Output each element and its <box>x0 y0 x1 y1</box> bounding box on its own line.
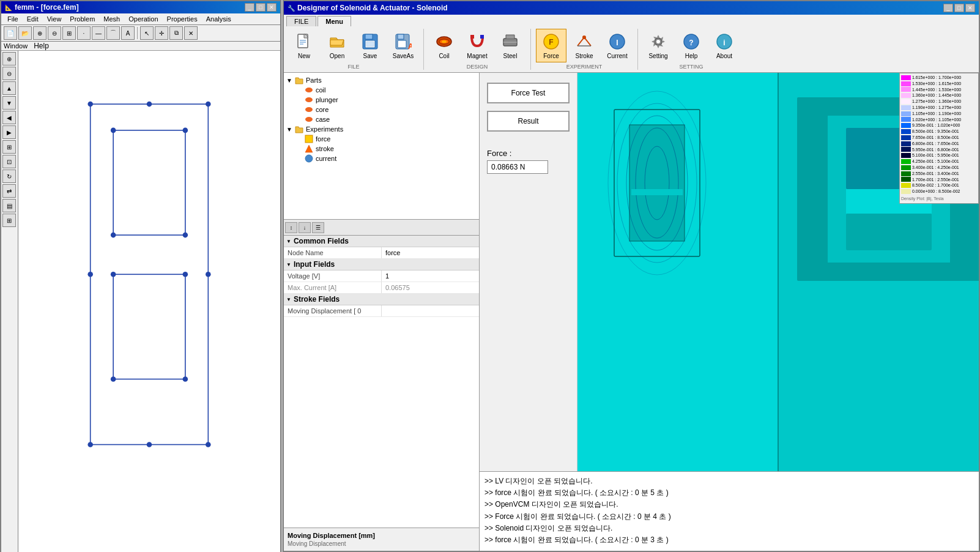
menu-file[interactable]: File <box>4 15 22 23</box>
toolbar-open[interactable]: 📂 <box>18 26 32 40</box>
legend-text-2: 1.445e+000 : 1.530e+000 <box>912 87 961 93</box>
designer-maximize-button[interactable]: □ <box>954 4 964 12</box>
stroke-button-label: Stroke <box>576 53 593 59</box>
menu-analysis[interactable]: Analysis <box>202 15 235 23</box>
side-grid[interactable]: ⊞ <box>2 214 16 227</box>
toolbar-zoom-in[interactable]: ⊕ <box>33 26 46 40</box>
toolbar-new[interactable]: 📄 <box>4 26 17 40</box>
force-test-button[interactable]: Force Test <box>487 83 570 103</box>
ribbon-stroke-button[interactable]: Stroke <box>569 29 600 62</box>
setting-button-label: Setting <box>648 53 667 59</box>
side-snap[interactable]: ⊡ <box>2 155 16 168</box>
side-zoom-in[interactable]: ⊕ <box>2 52 16 65</box>
legend-row-8: 9.350e-001 : 1.020e+000 <box>901 122 977 129</box>
designer-toolbar-area: FILE Menu New <box>284 15 979 73</box>
tree-force[interactable]: force <box>296 134 477 144</box>
menu-view[interactable]: View <box>43 15 65 23</box>
side-pan-down[interactable]: ▼ <box>2 96 16 110</box>
ribbon-current-button[interactable]: I Current <box>602 29 633 62</box>
tree-current[interactable]: current <box>296 154 477 163</box>
prop-section-common: ▼ Common Fields <box>284 236 479 247</box>
common-collapse[interactable]: ▼ <box>286 239 291 244</box>
ribbon-coil-button[interactable]: Coil <box>429 29 459 62</box>
ribbon-magnet-button[interactable]: Magnet <box>462 29 492 62</box>
menu-operation[interactable]: Operation <box>125 15 161 23</box>
prop-toolbar-sort[interactable]: ↕ <box>285 222 297 233</box>
tree-experiments-root[interactable]: ▼ Experiments <box>286 124 477 134</box>
side-fit[interactable]: ⊞ <box>2 140 16 154</box>
close-button[interactable]: ✕ <box>267 3 277 12</box>
side-pan-left[interactable]: ◀ <box>2 111 16 124</box>
svg-point-53 <box>305 117 313 122</box>
femm-window-controls: _ □ ✕ <box>245 3 277 12</box>
svg-rect-31 <box>398 40 406 48</box>
ribbon-setting-button[interactable]: Setting <box>643 29 674 62</box>
prop-toolbar-collapse[interactable]: ☰ <box>312 222 324 233</box>
ribbon-help-button[interactable]: ? Help <box>676 29 707 62</box>
ribbon-setting-buttons: Setting ? Help i About <box>643 29 740 62</box>
side-mirror[interactable]: ⇄ <box>2 184 16 198</box>
svg-point-45 <box>656 40 660 43</box>
side-ruler[interactable]: ▤ <box>2 199 16 212</box>
ribbon-group-setting: Setting ? Help i About <box>643 29 744 70</box>
input-fields-label: Input Fields <box>294 260 335 269</box>
legend-text-4: 1.275e+000 : 1.360e+000 <box>912 99 961 105</box>
femm-help-menu[interactable]: Help <box>34 42 49 50</box>
core-tree-icon <box>305 105 313 114</box>
designer-bottom-input: Moving Displacement [mm] Moving Displace… <box>284 528 479 551</box>
tree-plunger-label: plunger <box>316 96 338 103</box>
side-pan-right[interactable]: ▶ <box>2 125 16 139</box>
toolbar-select[interactable]: ↖ <box>140 26 154 40</box>
visualization-area: 1.615e+000 : 1.700e+000 1.530e+000 : 1.6… <box>577 73 979 471</box>
ribbon-steel-button[interactable]: Steel <box>495 29 525 62</box>
side-zoom-out[interactable]: ⊖ <box>2 67 16 80</box>
ribbon-new-button[interactable]: New <box>289 29 319 62</box>
toolbar-zoom-fit[interactable]: ⊞ <box>62 26 76 40</box>
svg-point-50 <box>305 88 313 92</box>
prop-section-stroke: ▼ Stroke Fields <box>284 294 479 305</box>
legend-text-8: 9.350e-001 : 1.020e+000 <box>912 122 960 129</box>
result-button[interactable]: Result <box>487 111 570 132</box>
tab-menu[interactable]: Menu <box>317 16 351 26</box>
tab-file[interactable]: FILE <box>286 16 316 26</box>
maximize-button[interactable]: □ <box>256 3 265 12</box>
designer-close-button[interactable]: ✕ <box>965 4 975 12</box>
stroke-collapse[interactable]: ▼ <box>286 297 291 302</box>
toolbar-segment[interactable]: — <box>92 26 105 40</box>
menu-mesh[interactable]: Mesh <box>100 15 124 23</box>
tree-core[interactable]: core <box>296 105 477 114</box>
side-rotate[interactable]: ↻ <box>2 170 16 183</box>
minimize-button[interactable]: _ <box>245 3 254 12</box>
ribbon-about-button[interactable]: i About <box>709 29 740 62</box>
designer-minimize-button[interactable]: _ <box>943 4 953 12</box>
ribbon-saveas-button[interactable]: A SaveAs <box>388 29 418 62</box>
femm-window-menu[interactable]: Window <box>4 42 28 50</box>
toolbar-arc[interactable]: ⌒ <box>106 26 120 40</box>
toolbar-delete[interactable]: ✕ <box>184 26 198 40</box>
ribbon-save-button[interactable]: Save <box>355 29 385 62</box>
menu-edit[interactable]: Edit <box>23 15 42 23</box>
designer-titlebar: 🔧 Designer of Solenoid & Actuator - Sole… <box>284 1 979 15</box>
legend-row-6: 1.105e+000 : 1.190e+000 <box>901 111 977 117</box>
prop-node-name-label: Node Name <box>284 247 382 258</box>
tree-stroke[interactable]: stroke <box>296 144 477 154</box>
tree-plunger[interactable]: plunger <box>296 95 477 105</box>
prop-toolbar-alpha[interactable]: ↓ <box>299 222 311 233</box>
tree-parts-root[interactable]: ▼ Parts <box>286 75 477 85</box>
ribbon-force-button[interactable]: F Force <box>536 29 566 62</box>
toolbar-label[interactable]: A <box>121 26 135 40</box>
log-area: >> LV 디자인이 오픈 되었습니다. >> force 시험이 완료 되었습… <box>480 471 979 551</box>
svg-point-15 <box>183 376 188 382</box>
menu-problem[interactable]: Problem <box>66 15 98 23</box>
toolbar-move[interactable]: ✛ <box>155 26 168 40</box>
input-collapse[interactable]: ▼ <box>286 262 291 267</box>
side-pan-up[interactable]: ▲ <box>2 81 16 95</box>
tree-case[interactable]: case <box>296 114 477 124</box>
ribbon-open-button[interactable]: Open <box>322 29 352 62</box>
toolbar-copy[interactable]: ⧉ <box>169 26 183 40</box>
new-button-label: New <box>298 53 310 59</box>
toolbar-node[interactable]: · <box>77 26 91 40</box>
menu-properties[interactable]: Properties <box>163 15 201 23</box>
tree-coil[interactable]: coil <box>296 85 477 95</box>
toolbar-zoom-out[interactable]: ⊖ <box>48 26 61 40</box>
